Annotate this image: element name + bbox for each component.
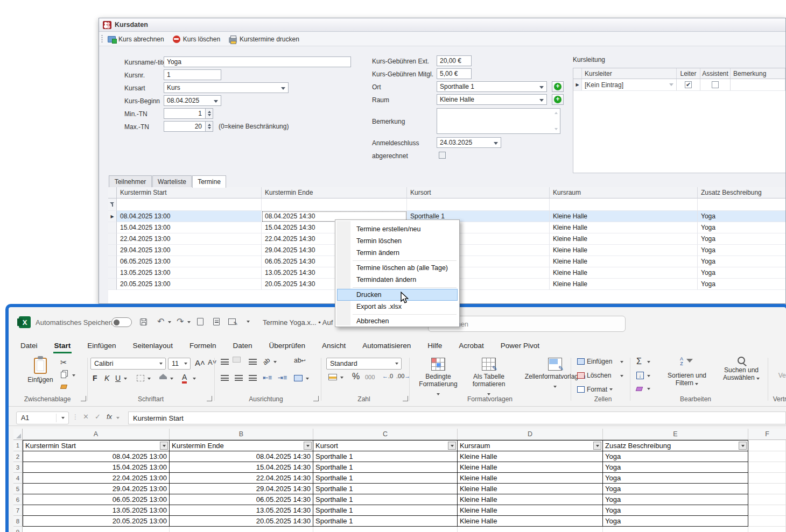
gebuehren-mitgl-input[interactable]: 5,00 € (437, 68, 472, 79)
sheet-cell[interactable]: Kleine Halle (458, 473, 603, 484)
align-middle-icon[interactable] (233, 357, 241, 363)
cell-start[interactable]: 08.04.2025 13:00 (117, 211, 262, 222)
sheet-cell[interactable]: Yoga (603, 462, 748, 473)
kurs-loeschen-button[interactable]: Kurs löschen (173, 36, 220, 43)
kursbeginn-datepicker[interactable]: 08.04.2025 (164, 95, 221, 106)
column-header-d[interactable]: D (458, 429, 603, 440)
tab-einfuegen[interactable]: Einfügen (86, 342, 117, 353)
assistent-cell[interactable] (700, 79, 731, 90)
tab-hilfe[interactable]: Hilfe (426, 342, 443, 353)
align-bottom-icon[interactable] (249, 359, 257, 365)
cancel-entry-icon[interactable]: ✕ (83, 413, 89, 421)
filter-cell[interactable] (407, 198, 550, 211)
tab-power-pivot[interactable]: Power Pivot (500, 342, 541, 353)
font-color-dropdown-icon[interactable] (193, 378, 196, 380)
column-header-a[interactable]: A (23, 429, 170, 440)
undo-dropdown-icon[interactable] (168, 321, 171, 323)
sheet-cell-c1[interactable]: Kursort (313, 440, 458, 451)
confirm-entry-icon[interactable]: ✓ (95, 413, 101, 421)
column-header-e[interactable]: E (603, 429, 748, 440)
cell-raum[interactable]: Kleine Halle (550, 256, 698, 267)
kursnr-input[interactable]: 1 (164, 69, 221, 80)
sheet-cell[interactable]: Kleine Halle (458, 505, 603, 516)
format-painter-icon[interactable] (60, 385, 67, 389)
kursart-combobox[interactable]: Kurs (164, 82, 289, 93)
toolbar-grip[interactable] (101, 35, 103, 44)
gebuehren-ext-input[interactable]: 20,00 € (437, 55, 472, 66)
filter-cell[interactable] (262, 198, 407, 211)
sensitivity-button[interactable]: ✎ Vertraulich (772, 358, 786, 389)
sheet-cell[interactable]: 29.04.2025 14:30 (170, 484, 313, 494)
decrease-decimal-icon[interactable]: .00→ (396, 373, 410, 379)
quick-access-dropdown-icon[interactable] (247, 321, 250, 323)
spin-up-icon[interactable] (208, 124, 211, 126)
dropdown-arrow-icon[interactable] (669, 83, 673, 86)
fill-dropdown-icon[interactable] (647, 375, 650, 377)
col-header-kursort[interactable]: Kursort (407, 187, 550, 198)
col-header-kursraum[interactable]: Kursraum (550, 187, 698, 198)
kursleiter-cell[interactable]: [Kein Eintrag] (582, 79, 677, 90)
kurstermine-drucken-button[interactable]: Kurstermine drucken (229, 36, 299, 43)
sheet-cell-d1[interactable]: Kursraum (458, 440, 603, 451)
menu-item-drucken[interactable]: Drucken (337, 289, 458, 301)
table-edit-icon[interactable] (228, 318, 236, 325)
document-title[interactable]: Termine Yoga.x... • Auf " (263, 318, 338, 327)
print-preview-icon[interactable] (213, 318, 220, 325)
select-all-corner[interactable] (13, 429, 23, 440)
redo-dropdown-icon[interactable] (187, 321, 191, 323)
tab-datei[interactable]: Datei (19, 342, 39, 353)
menu-item-termin-aendern[interactable]: Termin ändern (337, 247, 458, 259)
delete-cells-dropdown-icon[interactable] (620, 375, 623, 377)
autofilter-button[interactable] (160, 442, 168, 450)
alignment-dialog-launcher[interactable] (313, 396, 319, 401)
assistent-column-header[interactable]: Assistent (700, 68, 731, 79)
copy-dropdown-icon[interactable] (72, 374, 75, 377)
kurs-abrechnen-button[interactable]: Kurs abrechnen (108, 36, 164, 43)
min-tn-spinner[interactable]: 1 (164, 108, 213, 119)
sheet-cell[interactable] (748, 473, 786, 484)
sheet-cell[interactable] (748, 462, 786, 473)
menu-item-termine-erstellen[interactable]: Termine erstellen/neu (337, 223, 458, 235)
font-dialog-launcher[interactable] (207, 396, 212, 401)
cell-zusatz[interactable]: Yoga (698, 256, 785, 267)
dropdown-arrow-icon[interactable] (494, 142, 498, 145)
tab-teilnehmer[interactable]: Teilnehmer (109, 175, 152, 187)
sheet-cell[interactable] (748, 527, 786, 532)
fill-color-dropdown-icon[interactable] (170, 378, 173, 380)
sheet-cell[interactable]: 13.05.2025 14:30 (170, 505, 313, 516)
fill-down-icon[interactable]: ↓ (636, 372, 644, 379)
cell-start[interactable]: 15.04.2025 13:00 (117, 222, 262, 233)
sheet-cell-f1[interactable] (748, 440, 786, 451)
sheet-cell[interactable]: Yoga (603, 473, 748, 484)
spin-up-icon[interactable] (208, 111, 211, 113)
font-color-icon[interactable]: A (182, 373, 187, 384)
cell-zusatz[interactable]: Yoga (698, 245, 785, 256)
column-header-b[interactable]: B (170, 429, 313, 440)
underline-icon[interactable]: U (115, 374, 121, 382)
sheet-cell[interactable] (748, 516, 786, 527)
sheet-cell[interactable] (458, 527, 603, 532)
borders-dropdown-icon[interactable] (148, 378, 151, 380)
orientation-dropdown-icon[interactable] (273, 361, 277, 363)
sort-filter-button[interactable]: AZ Sortieren undFiltern (657, 357, 717, 387)
copy-icon[interactable] (61, 372, 66, 378)
sheet-cell[interactable]: 08.04.2025 14:30 (170, 451, 313, 462)
undo-icon[interactable]: ↶ (157, 316, 164, 327)
fill-color-icon[interactable] (159, 374, 167, 379)
dropdown-arrow-icon[interactable] (539, 99, 544, 102)
menu-item-export-xlsx[interactable]: Export als .xlsx (337, 301, 458, 313)
sheet-cell[interactable]: Kleine Halle (458, 484, 603, 494)
sheet-cell[interactable] (748, 484, 786, 494)
insert-cells-button[interactable]: Einfügen (577, 358, 612, 365)
menu-item-termin-loeschen[interactable]: Termin löschen (337, 235, 458, 247)
italic-icon[interactable]: K (104, 374, 109, 382)
formula-bar-grip[interactable]: ⋮ (72, 413, 79, 421)
sheet-cell[interactable]: Sporthalle 1 (313, 473, 458, 484)
sheet-cell[interactable]: Sporthalle 1 (313, 505, 458, 516)
sheet-cell[interactable]: Yoga (603, 494, 748, 505)
paste-button[interactable]: Einfügen (25, 358, 56, 393)
increase-decimal-icon[interactable]: ←.0 (382, 373, 393, 379)
kursname-input[interactable]: Yoga (164, 56, 351, 67)
align-right-icon[interactable] (249, 375, 257, 381)
column-header-f[interactable]: F (748, 429, 786, 440)
